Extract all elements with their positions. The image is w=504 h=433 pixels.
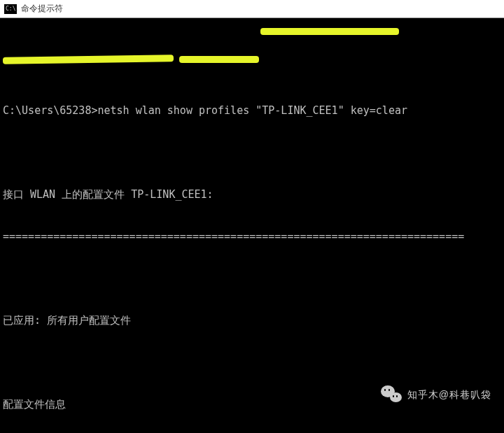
section-profile-title: 配置文件信息 — [3, 397, 501, 411]
cmd-icon-text: C:\. — [6, 6, 19, 12]
window-title: 命令提示符 — [21, 3, 63, 15]
applied-label: 已应用: — [3, 314, 41, 327]
cmd-icon: C:\. — [4, 4, 17, 14]
highlight-marker-3 — [179, 56, 259, 63]
highlight-marker-1 — [260, 28, 399, 35]
applied-value: 所有用户配置文件 — [47, 314, 131, 327]
terminal-body[interactable]: C:\Users\65238>netsh wlan show profiles … — [0, 18, 504, 433]
command-text: netsh wlan show profiles "TP-LINK_CEE1" … — [97, 104, 407, 117]
window-titlebar[interactable]: C:\. 命令提示符 — [0, 0, 504, 18]
prompt-text: C:\Users\65238> — [3, 104, 97, 117]
divider-line: ========================================… — [3, 229, 501, 243]
header-text: 接口 WLAN 上的配置文件 TP-LINK_CEE1: — [3, 188, 214, 201]
highlight-marker-2 — [3, 55, 174, 64]
